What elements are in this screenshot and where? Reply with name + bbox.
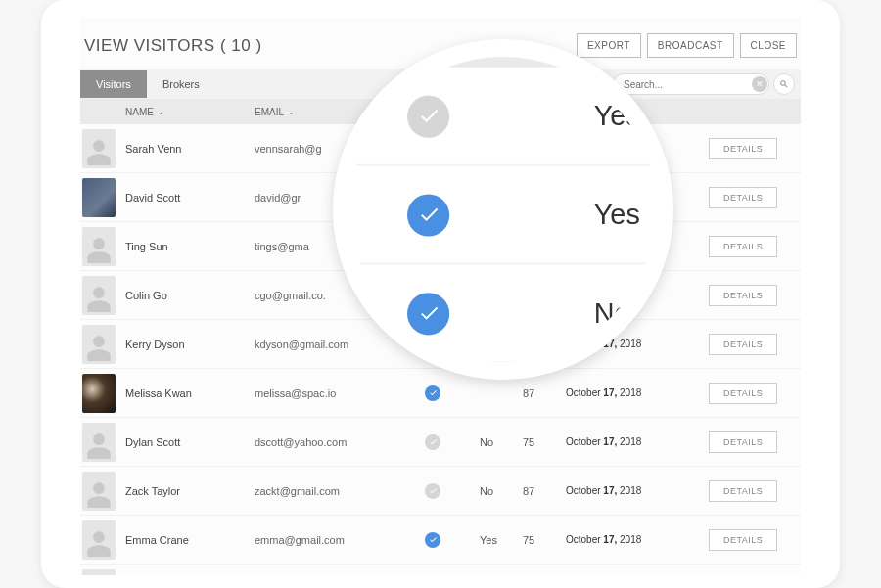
cell-verified: [386, 434, 480, 450]
avatar: [82, 227, 116, 266]
verified-check-icon: [425, 434, 440, 450]
cell-date: October 17, 2018: [566, 436, 709, 447]
cell-agent: Yes: [480, 534, 523, 546]
cell-name: Dylan Scott: [119, 436, 249, 448]
avatar: [82, 569, 116, 576]
close-button[interactable]: CLOSE: [740, 33, 797, 58]
details-button[interactable]: DETAILS: [709, 285, 777, 306]
cell-email: kdyson@gmail.com: [249, 339, 386, 350]
details-button[interactable]: DETAILS: [709, 431, 777, 453]
cell-score: 75: [523, 534, 566, 546]
cell-verified: [386, 483, 480, 499]
search-input[interactable]: [613, 73, 769, 95]
verified-check-icon: [425, 532, 440, 548]
tab-visitors[interactable]: Visitors: [80, 70, 147, 98]
cell-name: David Scott: [119, 192, 249, 204]
cell-date: October 17, 2018: [566, 485, 709, 496]
search-button[interactable]: [773, 73, 795, 95]
avatar: [82, 276, 116, 315]
avatar: [82, 325, 116, 364]
avatar: [82, 129, 116, 168]
cell-score: 75: [523, 436, 566, 448]
cell-name: Zack Taylor: [119, 485, 249, 497]
clear-search-icon[interactable]: ✕: [752, 76, 767, 92]
cell-date: October 17, 2018: [566, 387, 709, 398]
cell-date: October 17, 2018: [566, 534, 709, 545]
cell-name: Melissa Kwan: [119, 387, 249, 399]
details-button[interactable]: DETAILS: [709, 529, 777, 551]
verified-check-icon: [407, 95, 449, 137]
verified-check-icon: [407, 194, 449, 236]
avatar: [82, 472, 116, 511]
table-row: Dylan Scottdscott@yahoo.comNo75October 1…: [80, 418, 801, 467]
details-button[interactable]: DETAILS: [709, 383, 777, 404]
table-row: Zack Taylorzackt@gmail.comNo87October 17…: [80, 467, 801, 516]
cell-name: Emma Crane: [119, 534, 249, 546]
cell-name: Ting Sun: [119, 241, 249, 252]
details-button[interactable]: DETAILS: [709, 236, 777, 257]
verified-check-icon: [425, 483, 440, 499]
verified-check-icon: [425, 385, 440, 401]
cell-score: 87: [523, 485, 566, 497]
page-title: VIEW VISITORS ( 10 ): [84, 36, 262, 56]
cell-name: Sarah Venn: [119, 143, 249, 155]
col-name[interactable]: NAME⌄: [119, 107, 249, 117]
cell-agent: No: [480, 436, 523, 448]
details-button[interactable]: DETAILS: [709, 138, 777, 159]
header-actions: EXPORT BROADCAST CLOSE: [577, 33, 797, 58]
search-icon: [779, 79, 789, 89]
table-row: Emma Craneemma@gmail.comYes75October 17,…: [80, 516, 801, 565]
cell-verified: [386, 385, 480, 401]
broadcast-button[interactable]: BROADCAST: [647, 33, 734, 58]
cell-email: zackt@gmail.com: [249, 485, 386, 497]
cell-agent: No: [480, 485, 523, 497]
lens-row: Yes: [333, 166, 673, 265]
table-row: Dallas Gistdgist@gmail.comNo75October 17…: [80, 565, 801, 575]
search-wrap: ✕: [613, 73, 795, 95]
cell-email: dscott@yahoo.com: [249, 436, 386, 448]
table-row: Melissa Kwanmelissa@spac.io87October 17,…: [80, 369, 801, 418]
tab-brokers[interactable]: Brokers: [147, 70, 215, 98]
avatar: [82, 178, 116, 217]
cell-name: Kerry Dyson: [119, 339, 249, 350]
verified-check-icon: [407, 292, 449, 334]
cell-email: emma@gmail.com: [249, 534, 386, 546]
chevron-down-icon: ⌄: [158, 108, 164, 116]
details-button[interactable]: DETAILS: [709, 187, 777, 208]
details-button[interactable]: DETAILS: [709, 480, 777, 502]
cell-name: Colin Go: [119, 290, 249, 301]
cell-email: melissa@spac.io: [249, 387, 386, 399]
lens-agent: Yes: [583, 199, 673, 230]
details-button[interactable]: DETAILS: [709, 334, 777, 355]
cell-score: 87: [523, 387, 566, 399]
magnifier-lens: ⌄ VERIFIED AGENT YesYesNo: [333, 39, 673, 380]
avatar: [82, 423, 116, 462]
device-frame: VIEW VISITORS ( 10 ) EXPORT BROADCAST CL…: [41, 0, 840, 588]
chevron-down-icon: ⌄: [288, 108, 295, 116]
avatar: [82, 374, 116, 413]
export-button[interactable]: EXPORT: [577, 33, 641, 58]
avatar: [82, 520, 116, 560]
cell-verified: [386, 532, 480, 548]
